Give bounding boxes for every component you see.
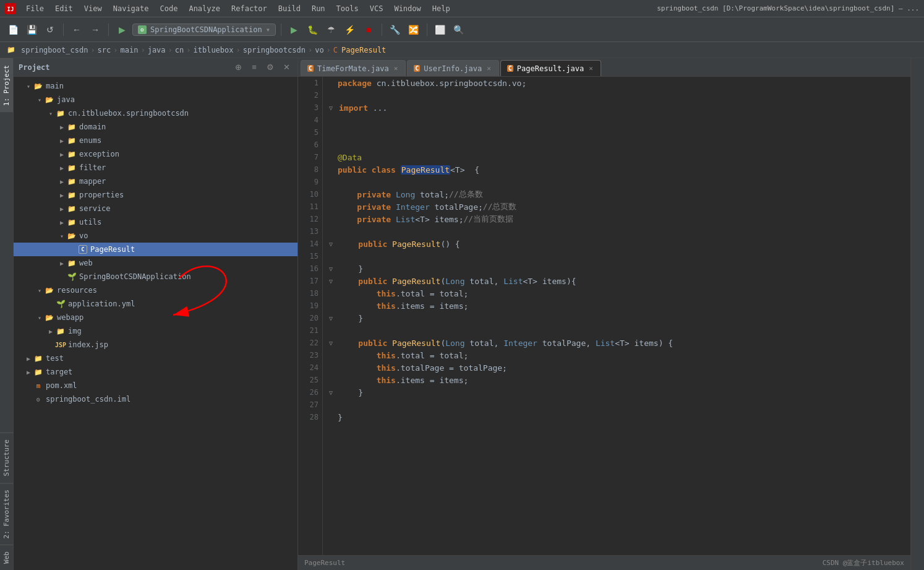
run-config-selector[interactable]: ⚙ SpringBootCSDNApplication ▾ [132,24,276,36]
breadcrumb-pageresult[interactable]: PageResult [341,46,386,54]
tree-item-test[interactable]: ▶ 📁 test [14,352,297,365]
menu-run[interactable]: Run [307,3,330,14]
coverage-button[interactable]: ☂ [323,22,340,38]
tree-item-domain[interactable]: ▶ 📁 domain [14,120,297,134]
save-button[interactable]: 💾 [24,22,40,38]
tree-arrow-java: ▾ [35,97,45,103]
tree-item-service[interactable]: ▶ 📁 service [14,202,297,215]
tab-close-pageresult[interactable]: ✕ [588,64,594,73]
app-logo: IJ [5,3,16,14]
menu-code[interactable]: Code [155,3,183,14]
project-settings-button[interactable]: ⚙ [264,61,276,74]
tree-item-application-yml[interactable]: ▶ 🌱 application.yml [14,297,297,311]
code-content[interactable]: package cn.itbluebox.springbootcsdn.vo;▽… [323,77,910,555]
sidebar-tab-structure[interactable]: Structure [0,433,13,483]
code-line-4 [329,114,904,126]
menu-vcs[interactable]: VCS [365,3,388,14]
tree-item-iml[interactable]: ▶ ⚙ springboot_csdn.iml [14,392,297,406]
new-file-button[interactable]: 📄 [5,22,21,38]
menu-refactor[interactable]: Refactor [226,3,272,14]
fold-icon-20[interactable]: ▽ [329,315,338,322]
fold-icon-26[interactable]: ▽ [329,389,338,396]
menu-tools[interactable]: Tools [332,3,364,14]
forward-button[interactable]: → [87,22,103,38]
project-hide-button[interactable]: ✕ [280,61,293,74]
tree-item-resources[interactable]: ▾ 📂 resources [14,283,297,297]
line-number-2: 2 [302,89,319,101]
toolbar-separator-3 [281,24,281,36]
tab-close-userinfo[interactable]: ✕ [486,64,492,73]
breadcrumb-vo[interactable]: vo [315,46,323,54]
menu-analyze[interactable]: Analyze [184,3,225,14]
breadcrumb-itbluebox[interactable]: itbluebox [194,46,234,54]
menu-help[interactable]: Help [427,3,455,14]
sidebar-tab-project[interactable]: 1: Project [0,58,13,112]
menu-navigate[interactable]: Navigate [108,3,154,14]
tree-item-pageresult[interactable]: ▶ C PageResult [14,243,297,256]
sidebar-tab-favorites[interactable]: 2: Favorites [0,483,13,545]
breadcrumb-java[interactable]: java [148,46,166,54]
layout-button[interactable]: ⬜ [432,22,448,38]
breadcrumb-main[interactable]: main [121,46,139,54]
project-collapse-button[interactable]: ≡ [248,61,260,74]
line-number-3: 3 [302,101,319,114]
tree-item-filter[interactable]: ▶ 📁 filter [14,161,297,175]
tab-close-timeformate[interactable]: ✕ [393,64,400,73]
settings-button[interactable]: 🔧 [387,22,403,38]
tree-item-pom[interactable]: ▶ m pom.xml [14,379,297,392]
tree-item-img[interactable]: ▶ 📁 img [14,324,297,338]
tab-pageresult[interactable]: C PageResult.java ✕ [500,60,601,76]
breadcrumb-cn[interactable]: cn [175,46,184,54]
stop-button[interactable]: ■ [361,22,377,38]
profile-button[interactable]: ⚡ [342,22,358,38]
tree-arrow-main: ▾ [24,83,33,90]
tab-userinfo[interactable]: C UserInfo.java ✕ [407,60,499,76]
tree-item-cn[interactable]: ▾ 📁 cn.itbluebox.springbootcsdn [14,106,297,120]
menu-file[interactable]: File [21,3,49,14]
refresh-button[interactable]: ↺ [42,22,58,38]
tree-item-springapp[interactable]: ▶ 🌱 SpringBootCSDNApplication [14,270,297,283]
code-line-5 [329,126,904,139]
tab-timeformate[interactable]: C TimeForMate.java ✕ [301,60,406,76]
tree-item-mapper[interactable]: ▶ 📁 mapper [14,175,297,188]
fold-icon-17[interactable]: ▽ [329,278,338,285]
tree-item-properties[interactable]: ▶ 📁 properties [14,188,297,202]
toolbar-separator-1 [63,24,64,36]
code-line-26: ▽ } [329,386,904,399]
tree-item-vo[interactable]: ▾ 📂 vo [14,229,297,243]
fold-icon-16[interactable]: ▽ [329,266,338,272]
breadcrumb-src[interactable]: src [98,46,111,54]
breadcrumb-root[interactable]: springboot_csdn [21,46,88,54]
tree-label-img: img [68,327,82,335]
tree-item-webapp[interactable]: ▾ 📂 webapp [14,311,297,324]
line-number-9: 9 [302,176,319,188]
menu-edit[interactable]: Edit [50,3,78,14]
tree-item-index-jsp[interactable]: ▶ JSP index.jsp [14,338,297,352]
tree-item-web[interactable]: ▶ 📁 web [14,256,297,270]
menu-view[interactable]: View [79,3,107,14]
tree-item-enums[interactable]: ▶ 📁 enums [14,134,297,147]
tree-item-java[interactable]: ▾ 📂 java [14,93,297,106]
line-numbers: 1234567891011121314151617181920212223242… [298,77,323,555]
tree-item-utils[interactable]: ▶ 📁 utils [14,215,297,229]
breadcrumb-springbootcsdn[interactable]: springbootcsdn [243,46,306,54]
code-line-15 [329,250,904,262]
run-icon-button[interactable]: ▶ [114,22,130,38]
menu-window[interactable]: Window [389,3,426,14]
project-add-button[interactable]: ⊕ [232,61,244,74]
fold-icon-22[interactable]: ▽ [329,340,338,347]
code-editor[interactable]: 1234567891011121314151617181920212223242… [298,77,910,555]
sidebar-tab-web[interactable]: Web [0,545,13,570]
search-everywhere-button[interactable]: 🔍 [451,22,467,38]
vcs-button[interactable]: 🔀 [406,22,422,38]
tree-item-target[interactable]: ▶ 📁 target [14,365,297,379]
tree-item-exception[interactable]: ▶ 📁 exception [14,147,297,161]
fold-icon-3[interactable]: ▽ [329,105,338,111]
fold-icon-14[interactable]: ▽ [329,241,338,248]
line-number-6: 6 [302,139,319,151]
menu-build[interactable]: Build [273,3,306,14]
tree-item-main[interactable]: ▾ 📂 main [14,79,297,93]
debug-button[interactable]: 🐛 [305,22,321,38]
back-button[interactable]: ← [69,22,85,38]
run-button[interactable]: ▶ [286,22,302,38]
